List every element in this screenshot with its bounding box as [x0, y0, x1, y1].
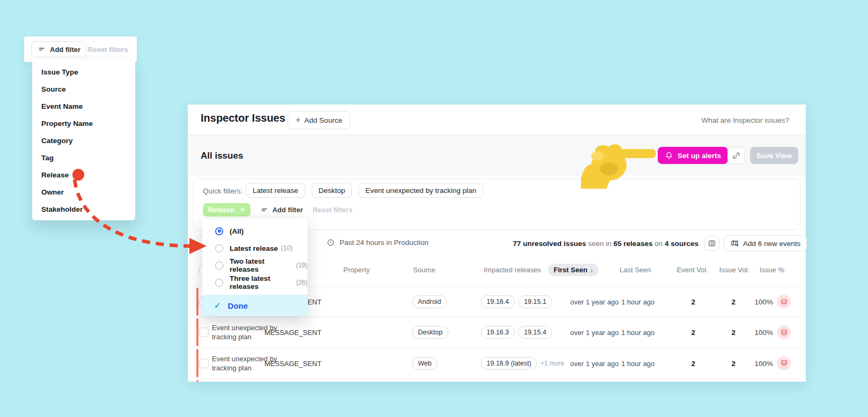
release-option-two-latest[interactable]: Two latest releases (19)	[202, 257, 307, 274]
quick-filter-chips: Latest release Desktop Event unexpected …	[246, 183, 483, 198]
bell-icon	[665, 151, 673, 160]
impacted-releases-cell: 19.16.9 (latest) +1 more	[481, 357, 564, 370]
menu-item-stakeholder[interactable]: Stakeholder	[32, 200, 135, 218]
issue-severity-stripe	[196, 380, 198, 382]
col-header-last-seen[interactable]: Last Seen	[620, 266, 651, 274]
help-link[interactable]: What are Inspector issues?	[701, 116, 789, 124]
event-volume-cell: 2	[652, 298, 695, 306]
issue-severity-stripe	[196, 318, 198, 346]
option-count: (19)	[296, 262, 307, 269]
issue-percent-cell: 100%	[730, 298, 773, 306]
summary-text: on	[652, 240, 665, 248]
menu-item-release[interactable]: Release	[32, 166, 135, 183]
col-header-issue-pct[interactable]: Issue %	[741, 266, 784, 274]
last-seen-cell: 1 hour ago	[621, 329, 654, 337]
add-source-label: Add Source	[304, 116, 342, 124]
filter-icon	[38, 45, 46, 54]
add-filter-button[interactable]: Add filter	[260, 206, 303, 214]
radio-icon	[215, 244, 223, 252]
issue-volume-cell: 2	[693, 359, 735, 367]
col-header-property[interactable]: Property	[343, 266, 370, 274]
quick-filters-label: Quick filters:	[203, 187, 242, 195]
transport-action-icon[interactable]	[777, 295, 791, 309]
release-chip: 19.15.4	[518, 326, 553, 339]
option-label: Two latest releases	[230, 257, 293, 273]
menu-item-owner[interactable]: Owner	[32, 183, 135, 200]
issue-volume-cell: 2	[693, 329, 735, 337]
link-icon	[732, 151, 741, 160]
page-title: Inspector Issues	[201, 112, 285, 124]
col-header-source[interactable]: Source	[413, 266, 435, 274]
impacted-releases-cell: 19.16.3 19.15.4	[481, 326, 555, 339]
summary-unresolved-count: 77 unresolved issues	[513, 240, 586, 248]
remove-filter-icon[interactable]: ✕	[240, 206, 245, 213]
release-chip: 19.15.1	[518, 295, 553, 308]
source-chip: Desktop	[412, 326, 448, 339]
first-seen-cell: over 1 year ago	[570, 359, 619, 367]
first-seen-cell: over 1 year ago	[570, 298, 619, 306]
last-seen-cell: 1 hour ago	[621, 359, 654, 367]
panel-reset-filters-button[interactable]: Reset filters	[88, 46, 128, 54]
summary-source-count: 4 sources	[665, 240, 698, 248]
table-row[interactable]: Event unexpected bytracking plan MESSAGE…	[196, 347, 800, 378]
check-icon: ✓	[214, 301, 221, 310]
issue-percent-cell: 100%	[730, 329, 773, 337]
col-header-impacted-releases[interactable]: Impacted releases	[484, 266, 541, 274]
col-header-event-vol[interactable]: Event Vol.	[665, 266, 708, 274]
menu-item-property-name[interactable]: Property Name	[32, 115, 135, 132]
time-range-label: Past 24 hours in Production	[340, 239, 429, 247]
issue-volume-cell: 2	[693, 298, 735, 306]
view-title: All issues	[201, 151, 243, 161]
release-option-all[interactable]: (All)	[202, 222, 307, 240]
quick-filter-latest-release[interactable]: Latest release	[246, 183, 305, 198]
table-columns-button[interactable]	[704, 236, 719, 251]
release-filter-dropdown: (All) Latest release (10) Two latest rel…	[202, 219, 307, 316]
release-filter-chip-label: Release:	[208, 206, 236, 214]
add-new-events-button[interactable]: Add 6 new events	[724, 235, 807, 251]
set-up-alerts-button[interactable]: Set up alerts	[658, 147, 728, 164]
menu-item-tag[interactable]: Tag	[32, 149, 135, 166]
issue-severity-stripe	[196, 349, 198, 377]
event-volume-cell: 2	[652, 329, 695, 337]
menu-item-event-name[interactable]: Event Name	[32, 98, 135, 115]
copy-link-button[interactable]	[727, 147, 745, 164]
panel-add-filter-button[interactable]: Add filter	[31, 41, 87, 57]
table-row[interactable]: Event unexpected bytracking plan MESSAGE…	[196, 317, 800, 347]
filter-type-menu: Issue Type Source Event Name Property Na…	[32, 60, 135, 220]
menu-item-issue-type[interactable]: Issue Type	[32, 63, 135, 80]
transport-action-icon[interactable]	[777, 325, 791, 339]
add-source-button[interactable]: + Add Source	[288, 111, 350, 129]
clock-icon	[326, 238, 335, 247]
set-up-alerts-label: Set up alerts	[678, 152, 721, 160]
menu-item-category[interactable]: Category	[32, 132, 135, 149]
first-seen-label: First Seen	[554, 266, 587, 274]
issue-severity-stripe	[196, 288, 198, 316]
col-header-first-seen[interactable]: First Seen ↓	[548, 264, 599, 276]
menu-item-source[interactable]: Source	[32, 80, 135, 98]
plus-icon: +	[296, 115, 300, 125]
transport-action-icon[interactable]	[777, 356, 791, 370]
quick-filter-desktop[interactable]: Desktop	[312, 183, 352, 198]
issues-summary: 77 unresolved issues seen in 65 releases…	[513, 240, 698, 248]
release-option-three-latest[interactable]: Three latest releases (26)	[202, 274, 307, 291]
radio-icon	[215, 262, 223, 270]
reset-filters-button[interactable]: Reset filters	[313, 206, 352, 214]
row-checkbox[interactable]	[199, 359, 209, 368]
dropdown-done-button[interactable]: ✓ Done	[202, 295, 307, 316]
table-row-partial	[196, 378, 800, 382]
sort-desc-icon: ↓	[590, 266, 593, 274]
release-filter-chip[interactable]: Release: ✕	[203, 203, 251, 217]
row-checkbox[interactable]	[199, 327, 209, 337]
release-chip: 19.16.4	[481, 295, 515, 308]
add-new-events-label: Add 6 new events	[743, 240, 800, 248]
impacted-releases-cell: 19.16.4 19.15.1	[481, 295, 555, 308]
quick-filter-event-unexpected[interactable]: Event unexpected by tracking plan	[358, 183, 483, 198]
time-range[interactable]: Past 24 hours in Production	[326, 238, 429, 247]
save-view-button[interactable]: Save View	[750, 147, 798, 164]
summary-release-count: 65 releases	[614, 240, 653, 248]
release-option-latest[interactable]: Latest release (10)	[202, 240, 307, 257]
map-plus-icon	[730, 239, 739, 248]
more-releases-label: +1 more	[540, 360, 564, 367]
source-chip: Web	[412, 357, 437, 370]
active-filters-row: Release: ✕ Add filter Reset filters	[203, 203, 352, 217]
